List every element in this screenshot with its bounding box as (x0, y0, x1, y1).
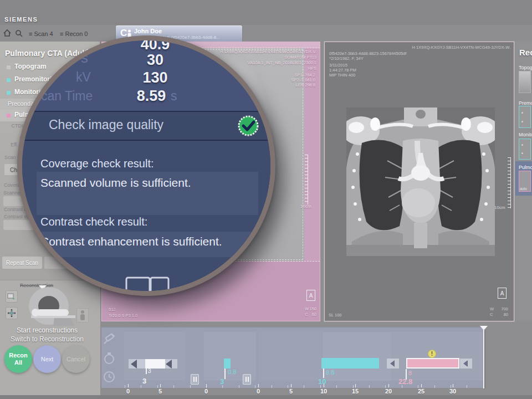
delay-left-handle[interactable] (387, 359, 399, 369)
topo-header-id: H 1X9XQ-KXGYJ-S611H-VX4TN-WCG49-3JYDX-V. (220, 49, 316, 54)
bottom-strip (0, 395, 532, 399)
topo-sp2: SP2 -1,061.0 (291, 78, 315, 83)
topo-ruler-label: 10cm (300, 204, 311, 209)
axis-tick (160, 384, 161, 387)
delay-range-bar[interactable] (406, 358, 459, 369)
application-window: SIEMENS ≡ Scan 4 ≡ Recon 0 C John Doe * … (0, 0, 532, 399)
magnified-kv-value: 130 (116, 69, 194, 86)
dialog-title: Check image quality (49, 117, 163, 132)
recon-task-topogram[interactable]: Topog (519, 65, 532, 70)
home-icon[interactable] (3, 29, 12, 38)
magnified-mas-value: 30 (116, 52, 194, 69)
axis-tick (128, 384, 129, 387)
ct-ruler-label: 10cm (494, 205, 505, 210)
scan-menu-label: Scan 4 (34, 30, 53, 37)
axis-tick (355, 384, 356, 387)
delay-right-handle[interactable] (460, 359, 472, 369)
magnifier-loupe[interactable]: 40.9 s 30 kV 130 can Time 8.59 s Check i… (17, 35, 275, 296)
axis-label: 15 (352, 388, 359, 395)
axis-minor-ticks (125, 385, 484, 388)
ct-slice-label: SL 100 (329, 313, 342, 318)
axis-label: 0 (126, 388, 130, 395)
ct-window-width-label: W (490, 306, 494, 311)
contrast-bottle-icon (103, 352, 115, 365)
ct-image-viewport[interactable]: H 1X9XQ-KXGYJ-SB11H-VX4TN-WCG49-3JYDX-W.… (324, 42, 514, 321)
recon-task-pulmonary[interactable]: Pulmo (519, 165, 532, 170)
magnified-image-icon (125, 277, 170, 296)
scan-bar-line (323, 369, 324, 378)
topo-window-center-label: C (305, 312, 308, 317)
clock-icon (103, 371, 115, 383)
repeat-scan-button[interactable]: Repeat Scan (2, 257, 42, 269)
search-icon[interactable] (15, 29, 23, 38)
range-slider-left-handle[interactable] (131, 360, 137, 369)
range-slider-fill (145, 359, 165, 369)
coverage-check-label: Coverage check result: (40, 157, 154, 170)
premonitoring-bullet (7, 78, 11, 82)
scan-range-bar[interactable] (321, 358, 379, 369)
topogram-thumbnail[interactable] (519, 71, 531, 93)
monitoring-thumbnail[interactable] (519, 139, 531, 160)
ct-orientation-marker: A (498, 288, 507, 299)
range-slider[interactable] (129, 359, 177, 369)
premonitoring-thumbnail[interactable] (519, 106, 531, 128)
topo-software-version: VA10A 1_INT_NB_2016L803_2300.1 (248, 60, 316, 65)
axis-tick (421, 384, 422, 387)
recon-task-sidebar: Rec Topog Premo Monito Pulmo auto (515, 42, 532, 321)
ct-window-center-label: C (490, 312, 493, 317)
topo-scanner-name: SOMATOM P313 (284, 55, 316, 60)
topo-recon-params: Tr20.0 S P3 1.0 (109, 313, 137, 318)
monitoring-bullet (7, 91, 11, 95)
pause-button[interactable] (243, 374, 251, 385)
axis-tick (291, 384, 291, 387)
top-strip (0, 0, 532, 25)
siemens-logo: SIEMENS (4, 16, 38, 23)
axis-label: 0 (257, 388, 260, 395)
scan-timeline: 3 3 0.8 3 8.8 10 8 22.8 ! (101, 327, 484, 388)
pause-button[interactable] (191, 374, 199, 385)
magnified-kv-label: kV (76, 70, 91, 85)
pulmonary-thumbnail[interactable]: auto (519, 171, 531, 192)
scan-start-value: 10 (318, 377, 326, 386)
delay-duration-value: 8 (408, 370, 412, 376)
axis-label: 5 (289, 388, 293, 395)
axis-label: 5 (158, 388, 162, 395)
cancel-button[interactable]: Cancel (62, 345, 90, 373)
recon-all-button[interactable]: Recon All (4, 345, 32, 373)
scrubber-line[interactable] (483, 330, 484, 388)
ct-patient-dob: *2/10/1982, F, 34Y (329, 56, 364, 61)
topo-window-width-label: W (305, 306, 309, 311)
topo-window-center-value: 60 (312, 312, 316, 317)
magnified-scantime-unit: s (171, 89, 177, 104)
coverage-check-value: Scanned volume is sufficient. (40, 176, 191, 190)
recon-task-monitoring[interactable]: Monito (519, 132, 532, 137)
scan-menu[interactable]: ≡ Scan 4 (29, 30, 53, 37)
ct-window-width-value: 700 (501, 306, 508, 311)
sidebar-item-topogram[interactable]: Topogram (14, 63, 47, 70)
axis-tick (206, 384, 207, 387)
range-slider-right-handle[interactable] (166, 360, 172, 369)
axis-label: 0 (204, 388, 208, 395)
warning-icon[interactable]: ! (428, 350, 436, 358)
next-button[interactable]: Next (33, 345, 61, 373)
slider-value: 3 (148, 368, 151, 374)
scan-duration-value: 8.8 (326, 369, 334, 376)
phase-band (258, 332, 321, 381)
recon-task-premonitoring[interactable]: Premo (519, 100, 532, 106)
contrast-check-value: Contrast enhancement is sufficient. (40, 235, 222, 248)
axis-tick (388, 384, 389, 387)
slider-marker-line (146, 360, 147, 374)
pulmonary-bullet (7, 114, 11, 117)
axis-label: 10 (320, 388, 327, 395)
ct-study-time: 1:44:27.78 PM (329, 68, 356, 73)
delay-start-value: 22.8 (398, 377, 412, 386)
recon-menu[interactable]: ≡ Recon 0 (60, 30, 88, 37)
monitoring-marker[interactable] (224, 359, 231, 369)
axis-tick (453, 384, 453, 387)
phase-band (124, 332, 185, 381)
contrast-check-label: Contrast check result: (40, 216, 147, 228)
topo-sp1: SP1 -764.2 (294, 73, 315, 78)
axis-label: 20 (385, 388, 392, 395)
topo-orientation-marker: A (306, 290, 315, 301)
topogram-bullet (7, 65, 11, 69)
